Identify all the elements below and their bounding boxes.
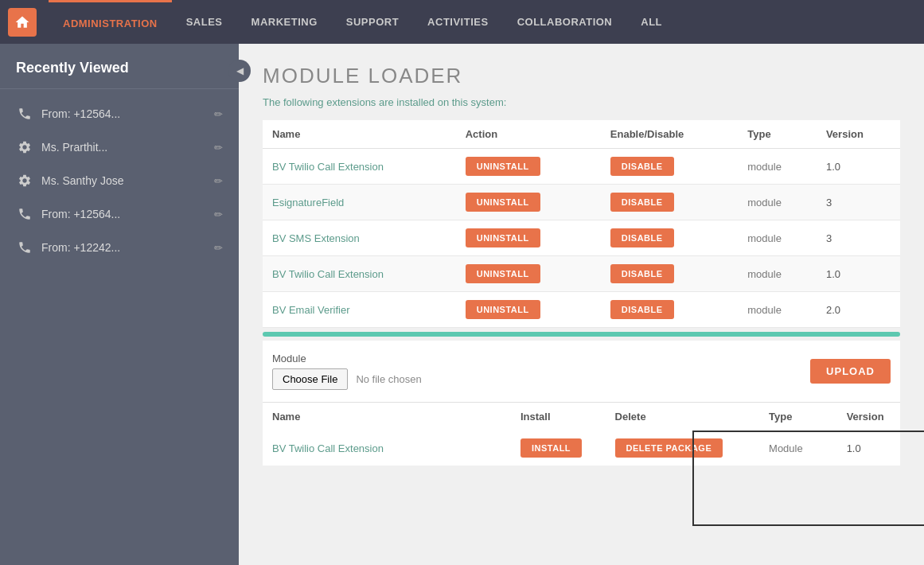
edit-icon-2[interactable]: ✏ [214, 175, 223, 187]
module-label: Module [272, 353, 422, 364]
nav-item-support[interactable]: SUPPORT [332, 0, 413, 44]
phone-icon-4 [16, 239, 33, 256]
disable-button[interactable]: DISABLE [610, 300, 674, 319]
module-version: 1.0 [817, 256, 900, 292]
disable-button[interactable]: DISABLE [610, 228, 674, 247]
top-nav: ADMINISTRATION SALES MARKETING SUPPORT A… [0, 0, 924, 44]
installed-modules-table: Name Action Enable/Disable Type Version … [263, 120, 900, 328]
pkg-col-delete: Delete [606, 403, 759, 431]
module-type: module [738, 292, 817, 328]
module-name-link[interactable]: BV Twilio Call Extension [272, 161, 384, 173]
module-name-link[interactable]: BV Twilio Call Extension [272, 268, 384, 280]
nav-item-sales[interactable]: SALES [172, 0, 237, 44]
table-row: BV Twilio Call Extension UNINSTALL DISAB… [263, 256, 900, 292]
no-file-text: No file chosen [356, 373, 421, 385]
edit-icon-3[interactable]: ✏ [214, 208, 223, 220]
pkg-col-install: Install [511, 403, 606, 431]
uninstall-button[interactable]: UNINSTALL [466, 157, 540, 176]
col-header-type: Type [738, 120, 817, 149]
module-upload-field: Module Choose File No file chosen [272, 353, 422, 390]
uninstall-button[interactable]: UNINSTALL [466, 193, 540, 212]
module-type: module [738, 185, 817, 220]
sidebar-item-1[interactable]: Ms. Prarthit... ✏ [0, 131, 239, 164]
pkg-col-type: Type [759, 403, 837, 431]
uninstall-button[interactable]: UNINSTALL [466, 264, 540, 283]
uninstall-button[interactable]: UNINSTALL [466, 228, 540, 247]
sidebar-item-label-0: From: +12564... [41, 107, 206, 120]
pkg-version: 1.0 [837, 431, 900, 466]
phone-icon-0 [16, 105, 33, 123]
module-name-link[interactable]: BV Email Verifier [272, 304, 350, 316]
nav-item-collaboration[interactable]: COLLABORATION [503, 0, 627, 44]
module-name-link[interactable]: EsignatureField [272, 197, 344, 208]
nav-item-activities[interactable]: ACTIVITIES [413, 0, 503, 44]
home-icon[interactable] [8, 8, 37, 37]
module-type: module [738, 220, 817, 256]
table-row: BV Email Verifier UNINSTALL DISABLE modu… [263, 292, 900, 328]
sidebar-item-3[interactable]: From: +12564... ✏ [0, 197, 239, 231]
sidebar-item-label-1: Ms. Prarthit... [41, 141, 206, 154]
table-row: BV SMS Extension UNINSTALL DISABLE modul… [263, 220, 900, 256]
module-version: 2.0 [817, 292, 900, 328]
edit-icon-1[interactable]: ✏ [214, 142, 223, 154]
col-header-enable: Enable/Disable [601, 120, 738, 149]
page-title: MODULE LOADER [263, 64, 900, 88]
scroll-indicator [263, 332, 900, 337]
packages-table: Name Install Delete Type Version BV Twil… [263, 403, 900, 466]
gear-icon-1 [16, 138, 33, 156]
file-input-area: Choose File No file chosen [272, 368, 422, 390]
sidebar-items: From: +12564... ✏ Ms. Prarthit... ✏ Ms. … [0, 89, 239, 272]
sidebar-item-label-4: From: +12242... [41, 241, 206, 254]
packages-section: Name Install Delete Type Version BV Twil… [263, 403, 900, 466]
module-version: 3 [817, 220, 900, 256]
nav-item-marketing[interactable]: MARKETING [237, 0, 332, 44]
edit-icon-0[interactable]: ✏ [214, 108, 223, 120]
sidebar-item-4[interactable]: From: +12242... ✏ [0, 231, 239, 264]
choose-file-button[interactable]: Choose File [272, 368, 348, 390]
table-row: BV Twilio Call Extension INSTALL DELETE … [263, 431, 900, 466]
gear-icon-2 [16, 172, 33, 189]
col-header-version: Version [817, 120, 900, 149]
disable-button[interactable]: DISABLE [610, 264, 674, 283]
module-type: module [738, 149, 817, 185]
page-subtitle: The following extensions are installed o… [263, 96, 900, 108]
upload-section: Module Choose File No file chosen UPLOAD [263, 341, 900, 403]
module-version: 3 [817, 185, 900, 220]
col-header-name: Name [263, 120, 456, 149]
sidebar-item-label-3: From: +12564... [41, 208, 206, 220]
nav-item-administration[interactable]: ADMINISTRATION [49, 0, 172, 44]
disable-button[interactable]: DISABLE [610, 193, 674, 212]
disable-button[interactable]: DISABLE [610, 157, 674, 176]
phone-icon-3 [16, 205, 33, 223]
module-name-link[interactable]: BV SMS Extension [272, 232, 360, 244]
sidebar-collapse-button[interactable]: ◀ [228, 60, 251, 82]
sidebar-item-2[interactable]: Ms. Santhy Jose ✏ [0, 164, 239, 197]
nav-item-all[interactable]: ALL [626, 0, 676, 44]
table-row: EsignatureField UNINSTALL DISABLE module… [263, 185, 900, 220]
nav-items: ADMINISTRATION SALES MARKETING SUPPORT A… [49, 0, 916, 44]
uninstall-button[interactable]: UNINSTALL [466, 300, 540, 319]
edit-icon-4[interactable]: ✏ [214, 242, 223, 254]
sidebar-item-label-2: Ms. Santhy Jose [41, 174, 206, 187]
delete-package-button[interactable]: DELETE PACKAGE [615, 438, 723, 458]
pkg-name-link[interactable]: BV Twilio Call Extension [272, 442, 384, 454]
module-version: 1.0 [817, 149, 900, 185]
pkg-type: Module [759, 431, 837, 466]
module-type: module [738, 256, 817, 292]
main-layout: Recently Viewed ◀ From: +12564... ✏ Ms. … [0, 44, 924, 565]
pkg-col-version: Version [837, 403, 900, 431]
upload-button[interactable]: UPLOAD [810, 359, 891, 384]
sidebar-title: Recently Viewed [0, 44, 239, 89]
table-row: BV Twilio Call Extension UNINSTALL DISAB… [263, 149, 900, 185]
sidebar-item-0[interactable]: From: +12564... ✏ [0, 97, 239, 131]
sidebar: Recently Viewed ◀ From: +12564... ✏ Ms. … [0, 44, 239, 565]
main-content: MODULE LOADER The following extensions a… [239, 44, 924, 565]
install-button[interactable]: INSTALL [520, 438, 582, 458]
col-header-action: Action [456, 120, 601, 149]
pkg-col-name: Name [263, 403, 511, 431]
